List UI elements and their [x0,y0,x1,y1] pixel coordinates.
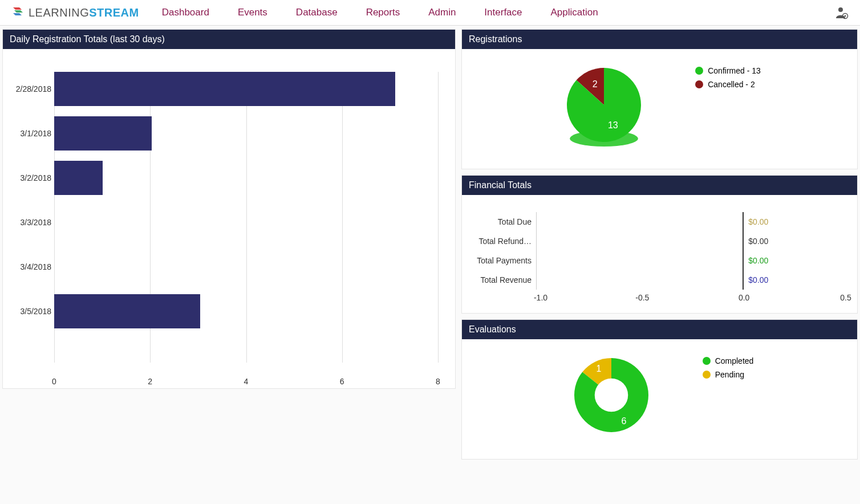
bar-row[interactable]: 2/28/2018 [54,72,444,106]
legend-dot-confirmed [695,67,703,75]
pie-slice-label: 2 [593,79,598,89]
bar-category-label: 3/4/2018 [14,262,51,271]
registrations-pie-chart[interactable]: 213 [558,60,650,157]
bar-segment[interactable] [54,294,200,328]
nav-events[interactable]: Events [238,7,267,18]
legend-label-completed: Completed [715,356,754,365]
legend-confirmed[interactable]: Confirmed - 13 [695,66,761,75]
bar-segment[interactable] [54,116,152,151]
legend-label-confirmed: Confirmed - 13 [708,66,761,75]
pie-slice-label: 1 [596,364,601,373]
financial-totals-panel: Financial Totals Total Due$0.00Total Ref… [461,175,858,314]
financial-totals-title: Financial Totals [462,176,857,195]
financial-value-label: $0.00 [748,237,768,246]
financial-row[interactable]: Total Refund…$0.00 [473,231,846,251]
legend-completed[interactable]: Completed [703,356,754,365]
nav-interface[interactable]: Interface [484,7,522,18]
legend-label-cancelled: Cancelled - 2 [708,80,755,89]
legend-label-pending: Pending [715,370,744,379]
legend-cancelled[interactable]: Cancelled - 2 [695,80,761,89]
svg-point-2 [845,15,846,17]
bar-segment[interactable] [54,161,103,195]
bar-category-label: 3/3/2018 [14,218,51,227]
legend-dot-pending [703,371,711,379]
bar-category-label: 3/2/2018 [14,173,51,182]
bar-row[interactable]: 3/5/2018 [54,294,444,328]
brand-logo[interactable]: LEARNINGSTREAM [11,6,139,19]
legend-dot-completed [703,357,711,365]
evaluations-panel: Evaluations 16 Completed Pending [461,319,858,460]
nav-application[interactable]: Application [551,7,598,18]
bar-category-label: 2/28/2018 [14,84,51,94]
bar-row[interactable]: 3/4/2018 [54,250,444,284]
financial-value-label: $0.00 [748,275,768,284]
daily-registrations-panel: Daily Registration Totals (last 30 days)… [2,29,456,389]
evaluations-donut-chart[interactable]: 16 [566,351,657,448]
pie-slice-label: 6 [621,416,626,426]
financial-row[interactable]: Total Payments$0.00 [473,251,846,270]
bar-segment[interactable] [54,72,395,106]
nav-reports[interactable]: Reports [366,7,400,18]
pie-slice-label: 13 [608,120,618,130]
legend-pending[interactable]: Pending [703,370,754,379]
user-settings-icon[interactable] [835,6,849,19]
evaluations-legend: Completed Pending [703,356,754,379]
bar-category-label: 3/5/2018 [14,307,51,316]
financial-value-label: $0.00 [748,217,768,226]
svg-point-4 [594,379,628,412]
registrations-title: Registrations [462,30,857,49]
financial-row-label: Total Payments [473,256,536,265]
brand-text: LEARNINGSTREAM [29,6,139,19]
registrations-panel: Registrations 213 Confirmed - 13 Cancell… [461,29,858,169]
daily-registrations-title: Daily Registration Totals (last 30 days) [3,30,455,49]
financial-row-label: Total Refund… [473,237,536,246]
bar-category-label: 3/1/2018 [14,129,51,138]
nav-database[interactable]: Database [296,7,338,18]
financial-row-label: Total Revenue [473,275,536,284]
bar-row[interactable]: 3/2/2018 [54,161,444,195]
evaluations-title: Evaluations [462,320,857,339]
svg-point-0 [838,7,843,12]
bar-row[interactable]: 3/3/2018 [54,205,444,239]
financial-value-label: $0.00 [748,256,768,265]
financial-row-label: Total Due [473,217,536,226]
registrations-legend: Confirmed - 13 Cancelled - 2 [695,66,761,89]
legend-dot-cancelled [695,80,703,88]
nav-admin[interactable]: Admin [428,7,456,18]
nav-dashboard[interactable]: Dashboard [162,7,209,18]
daily-registrations-chart[interactable]: 2/28/20183/1/20183/2/20183/3/20183/4/201… [9,60,449,380]
bar-row[interactable]: 3/1/2018 [54,116,444,151]
main-nav: Dashboard Events Database Reports Admin … [162,7,835,18]
learningstream-logo-icon [11,6,25,19]
top-header: LEARNINGSTREAM Dashboard Events Database… [0,0,860,26]
dashboard-grid: Daily Registration Totals (last 30 days)… [0,26,860,463]
financial-row[interactable]: Total Revenue$0.00 [473,270,846,290]
financial-chart[interactable]: Total Due$0.00Total Refund…$0.00Total Pa… [473,212,846,290]
financial-row[interactable]: Total Due$0.00 [473,212,846,231]
